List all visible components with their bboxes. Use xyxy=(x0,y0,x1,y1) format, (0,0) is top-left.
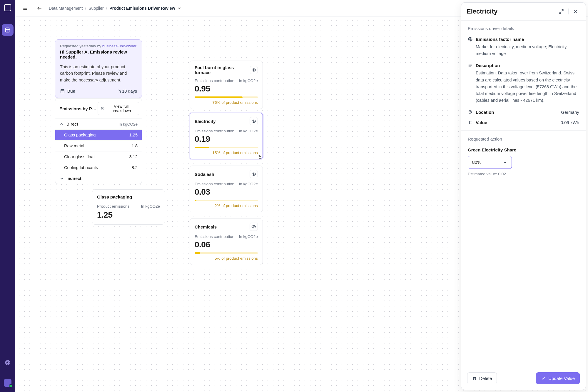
eye-icon xyxy=(251,68,256,72)
globe-icon xyxy=(468,37,473,42)
item-label: Glass packaging xyxy=(64,133,96,137)
driver-sub-right: In kgCO2e xyxy=(239,234,258,239)
delete-label: Delete xyxy=(479,376,492,381)
user-avatar[interactable] xyxy=(4,379,11,387)
item-raw-metal[interactable]: Raw metal 1.8 xyxy=(55,140,142,151)
expand-button[interactable] xyxy=(557,7,566,16)
svg-point-2 xyxy=(7,362,9,363)
reqaction-label: Requested action xyxy=(468,136,579,141)
item-label: Cooling lubricants xyxy=(64,165,98,170)
view-driver-button[interactable] xyxy=(250,170,258,178)
view-driver-button[interactable] xyxy=(250,117,258,125)
driver-title: Fuel burnt in glass furnace xyxy=(195,65,250,75)
due-label: Due xyxy=(67,89,75,94)
chevron-down-icon xyxy=(177,6,182,11)
eye-icon xyxy=(251,224,256,229)
product-card[interactable]: Glass packaging Product emissions In kgC… xyxy=(92,189,165,225)
desc-text: Estimation. Data taken over from Switzer… xyxy=(468,70,579,104)
driver-value: 0.06 xyxy=(195,240,258,249)
value-label: Value xyxy=(476,120,487,125)
driver-value: 0.19 xyxy=(195,134,258,144)
direct-unit: In kgCO2e xyxy=(118,122,138,126)
nav-dashboard[interactable] xyxy=(2,24,14,36)
driver-sub-left: Emissions contribution xyxy=(195,129,234,133)
progress-bar xyxy=(195,96,258,98)
driver-value: 0.95 xyxy=(195,84,258,94)
eye-icon xyxy=(251,172,256,176)
svg-rect-0 xyxy=(6,28,10,32)
item-clear-glass-float[interactable]: Clear glass float 3.12 xyxy=(55,151,142,162)
share-label: Green Electricity Share xyxy=(468,147,579,152)
item-value: 3.12 xyxy=(129,154,138,159)
driver-sub-right: In kgCO2e xyxy=(239,129,258,133)
chevron-down-icon xyxy=(502,160,507,165)
note-title: Hi Supplier A, Emissions review needed. xyxy=(60,49,137,59)
check-icon xyxy=(541,376,546,381)
note-meta: Requested yesterday by business-unit-own… xyxy=(60,44,137,48)
item-value: 8.2 xyxy=(132,165,138,170)
driver-pct: 76% of product emissions xyxy=(195,100,258,105)
crumb-supplier[interactable]: Supplier xyxy=(88,6,103,11)
section-indirect[interactable]: Indirect xyxy=(55,173,142,184)
menu-button[interactable] xyxy=(21,4,30,13)
nav-help[interactable] xyxy=(2,357,14,368)
location-value: Germany xyxy=(561,110,579,115)
note-meta-user-link[interactable]: business-unit-owner xyxy=(102,44,136,48)
delete-button[interactable]: Delete xyxy=(467,372,497,384)
driver-pct: 5% of product emissions xyxy=(195,256,258,261)
note-body: This is an estimate of your product carb… xyxy=(60,64,137,83)
item-value: 1.8 xyxy=(132,144,138,148)
svg-point-13 xyxy=(253,226,254,227)
hash-icon xyxy=(468,120,473,125)
view-driver-button[interactable] xyxy=(250,223,258,231)
helper-text: Estimated value: 0.02 xyxy=(468,172,579,176)
driver-title: Electricity xyxy=(195,119,216,124)
eye-icon xyxy=(251,119,256,124)
item-glass-packaging[interactable]: Glass packaging 1.25 xyxy=(55,129,142,140)
chevron-down-icon xyxy=(59,176,64,181)
product-sub-right: In kgCO2e xyxy=(141,204,160,208)
crumb-current-label: Product Emissions Driver Review xyxy=(109,6,175,11)
request-note-card: Requested yesterday by business-unit-own… xyxy=(55,39,142,98)
item-cooling-lubricants[interactable]: Cooling lubricants 8.2 xyxy=(55,162,142,173)
drawer-title: Electricity xyxy=(467,8,497,15)
view-driver-button[interactable] xyxy=(250,66,258,74)
section-direct[interactable]: Direct In kgCO2e xyxy=(55,119,142,129)
expand-icon xyxy=(558,9,564,14)
breadcrumb: Data Management / Supplier / Product Emi… xyxy=(49,6,182,11)
view-breakdown-button[interactable]: View full breakdown xyxy=(98,102,139,115)
driver-pct: 2% of product emissions xyxy=(195,203,258,208)
svg-point-11 xyxy=(253,121,254,122)
due-value: in 10 days xyxy=(118,89,137,94)
value-value: 0.09 kWh xyxy=(561,120,579,125)
svg-rect-8 xyxy=(61,90,64,93)
location-icon xyxy=(468,110,473,115)
svg-point-12 xyxy=(253,174,254,175)
crumb-current[interactable]: Product Emissions Driver Review xyxy=(109,6,181,11)
panel-title: Emissions by Product xyxy=(59,106,98,111)
driver-pct: 15% of product emissions xyxy=(195,151,258,155)
share-select[interactable]: 80% xyxy=(468,156,512,169)
back-button[interactable] xyxy=(35,4,44,13)
driver-sub-left: Emissions contribution xyxy=(195,182,234,186)
crumb-data-management[interactable]: Data Management xyxy=(49,6,83,11)
update-value-button[interactable]: Update Value xyxy=(536,372,580,384)
driver-card-chemicals[interactable]: Chemicals Emissions contributionIn kgCO2… xyxy=(190,218,263,265)
driver-sub-left: Emissions contribution xyxy=(195,79,234,83)
driver-card-sodaash[interactable]: Soda ash Emissions contributionIn kgCO2e… xyxy=(190,166,263,212)
progress-bar xyxy=(195,252,258,254)
share-selected-value: 80% xyxy=(472,160,481,165)
menu-icon xyxy=(22,5,28,11)
item-value: 1.25 xyxy=(129,133,138,137)
driver-card-electricity[interactable]: Electricity Emissions contributionIn kgC… xyxy=(190,113,263,159)
desc-label: Description xyxy=(476,63,500,68)
driver-sub-left: Emissions contribution xyxy=(195,234,234,239)
driver-sub-right: In kgCO2e xyxy=(239,182,258,186)
note-meta-prefix: Requested yesterday by xyxy=(60,44,102,48)
driver-card-fuel[interactable]: Fuel burnt in glass furnace Emissions co… xyxy=(190,61,263,109)
close-icon xyxy=(573,9,579,14)
svg-point-10 xyxy=(253,69,254,71)
close-button[interactable] xyxy=(571,7,580,16)
trash-icon xyxy=(472,376,477,381)
progress-bar xyxy=(195,147,258,148)
